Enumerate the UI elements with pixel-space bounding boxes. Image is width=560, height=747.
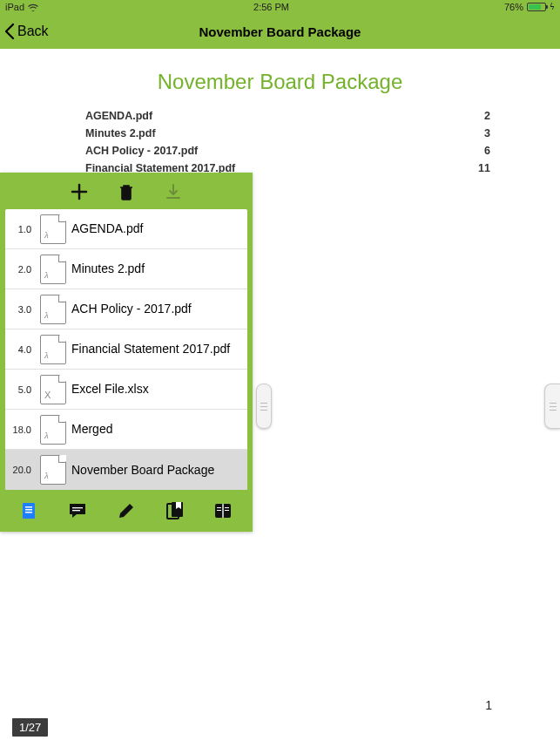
file-name: Excel File.xlsx (71, 378, 247, 400)
panel-bottom-tabs (5, 490, 247, 526)
file-number: 4.0 (5, 344, 35, 355)
svg-rect-11 (225, 507, 229, 508)
file-panel: 1.0λAGENDA.pdf2.0λMinutes 2.pdf3.0λACH P… (0, 173, 253, 532)
battery-percent: 76% (504, 2, 523, 12)
toc-page: 11 (478, 162, 490, 174)
toc-name: AGENDA.pdf (85, 110, 152, 122)
file-number: 2.0 (5, 264, 35, 275)
file-name: Merged (71, 418, 247, 440)
battery-icon (527, 3, 546, 11)
file-row[interactable]: 1.0λAGENDA.pdf (5, 209, 247, 249)
tab-edit[interactable] (116, 500, 137, 521)
file-row[interactable]: 4.0λFinancial Statement 2017.pdf (5, 329, 247, 370)
toc-name: Minutes 2.pdf (85, 127, 156, 139)
clock: 2:56 PM (253, 2, 289, 12)
page-indicator: 1/27 (12, 718, 48, 737)
file-row[interactable]: 2.0λMinutes 2.pdf (5, 249, 247, 289)
document-title: November Board Package (0, 70, 560, 94)
file-number: 18.0 (5, 424, 35, 435)
file-row[interactable]: 18.0λMerged (5, 410, 247, 450)
toc-name: ACH Policy - 2017.pdf (85, 145, 198, 157)
file-row[interactable]: 20.0λNovember Board Package (5, 450, 247, 490)
delete-button[interactable] (117, 182, 136, 201)
back-label: Back (17, 24, 49, 39)
file-row[interactable]: 3.0λACH Policy - 2017.pdf (5, 289, 247, 329)
file-name: November Board Package (71, 459, 247, 481)
file-number: 5.0 (5, 384, 35, 395)
device-label: iPad (5, 2, 24, 12)
excel-file-icon: X (40, 375, 66, 404)
navigation-bar: Back November Board Package (0, 14, 560, 49)
toc-row[interactable]: AGENDA.pdf2 (85, 110, 490, 122)
file-name: Financial Statement 2017.pdf (71, 338, 247, 360)
svg-rect-1 (25, 506, 32, 508)
tab-comments[interactable] (67, 500, 88, 521)
pdf-file-icon: λ (40, 455, 66, 485)
file-number: 20.0 (5, 465, 35, 475)
toc-page: 2 (484, 110, 490, 122)
tab-bookmarks[interactable] (165, 500, 186, 521)
file-number: 3.0 (5, 304, 35, 315)
toc-row[interactable]: Minutes 2.pdf3 (85, 127, 490, 139)
back-button[interactable]: Back (3, 14, 49, 49)
pdf-file-icon: λ (40, 214, 66, 244)
pdf-file-icon: λ (40, 255, 66, 284)
wifi-icon (28, 3, 38, 11)
chevron-left-icon (3, 23, 16, 40)
download-button[interactable] (164, 182, 183, 201)
file-number: 1.0 (5, 224, 35, 234)
tab-files[interactable] (19, 500, 40, 521)
document-page-number: 1 (485, 698, 492, 712)
panel-toolbar (5, 178, 247, 206)
svg-rect-4 (72, 507, 83, 508)
svg-rect-10 (217, 510, 221, 511)
svg-rect-2 (25, 509, 32, 511)
file-name: AGENDA.pdf (71, 218, 247, 240)
file-name: ACH Policy - 2017.pdf (71, 298, 247, 320)
svg-rect-0 (23, 503, 35, 519)
tab-pages[interactable] (213, 500, 233, 521)
panel-resize-handle-left[interactable] (256, 384, 272, 429)
toc-page: 6 (484, 145, 490, 157)
charging-icon: ϟ (550, 3, 555, 11)
toc-page: 3 (484, 127, 490, 139)
file-name: Minutes 2.pdf (71, 258, 247, 280)
pdf-file-icon: λ (40, 295, 66, 324)
file-row[interactable]: 5.0XExcel File.xlsx (5, 370, 247, 410)
pdf-file-icon: λ (40, 335, 66, 364)
svg-rect-3 (25, 512, 32, 513)
table-of-contents: AGENDA.pdf2Minutes 2.pdf3ACH Policy - 20… (0, 110, 560, 174)
page-title: November Board Package (199, 24, 361, 39)
pdf-file-icon: λ (40, 415, 66, 445)
add-button[interactable] (70, 182, 89, 201)
svg-rect-9 (217, 507, 221, 508)
toc-row[interactable]: ACH Policy - 2017.pdf6 (85, 145, 490, 157)
svg-rect-5 (72, 510, 80, 511)
file-list: 1.0λAGENDA.pdf2.0λMinutes 2.pdf3.0λACH P… (5, 209, 247, 490)
status-bar: iPad 2:56 PM 76% ϟ (0, 0, 560, 14)
panel-resize-handle-right[interactable] (544, 384, 560, 429)
svg-rect-12 (225, 510, 229, 511)
